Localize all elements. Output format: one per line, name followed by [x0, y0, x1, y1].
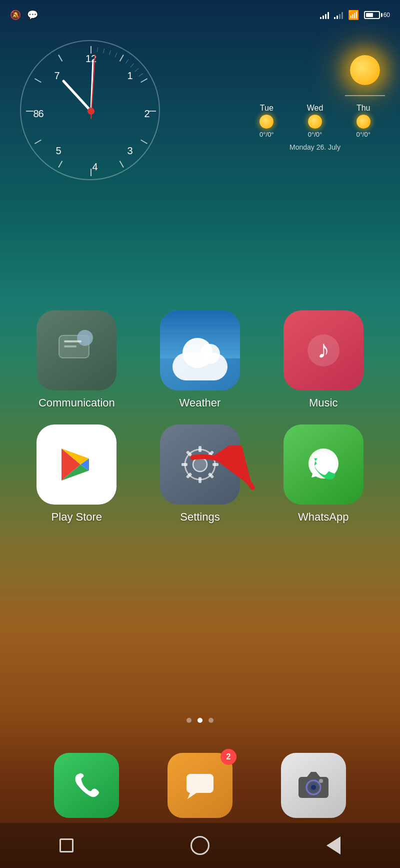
svg-line-12: [97, 48, 98, 53]
app-whatsapp[interactable]: WhatsApp: [266, 424, 380, 524]
svg-line-29: [64, 81, 91, 111]
camera-svg: [296, 768, 331, 803]
page-dot-1[interactable]: [186, 718, 192, 723]
nav-bar: [0, 823, 400, 868]
whatsapp-icon: [284, 424, 364, 505]
svg-text:7: 7: [54, 70, 60, 81]
clock-face: 12 1 2 3 4 5 6 7 8: [20, 40, 160, 180]
whatsapp-label: WhatsApp: [298, 511, 349, 524]
status-right: 📶 60: [320, 10, 390, 21]
nav-triangle-icon: [326, 836, 340, 854]
phone-dock-icon: [54, 753, 119, 818]
svg-line-1: [120, 55, 124, 61]
svg-point-32: [88, 108, 94, 115]
svg-text:5: 5: [56, 145, 61, 156]
svg-line-8: [34, 140, 41, 144]
dock-phone[interactable]: [54, 753, 119, 818]
svg-line-18: [135, 68, 138, 72]
nav-circle-icon: [190, 836, 210, 855]
whatsapp-svg: [301, 442, 346, 487]
forecast-thu: Thu 0°/0°: [342, 104, 385, 138]
settings-label: Settings: [180, 511, 220, 524]
svg-text:♪: ♪: [317, 335, 330, 363]
svg-text:4: 4: [92, 161, 98, 172]
svg-text:8: 8: [33, 108, 38, 119]
signal-strength-2: [334, 11, 343, 19]
svg-line-11: [58, 55, 62, 61]
svg-line-4: [141, 140, 148, 144]
weather-icon-cloud: [172, 353, 228, 380]
muted-bell-icon: 🔕: [10, 10, 21, 21]
clock-widget: 12 1 2 3 4 5 6 7 8: [20, 40, 160, 180]
status-bar: 🔕 💬 📶 60: [0, 0, 400, 30]
svg-text:6: 6: [38, 108, 44, 119]
sun-icon: [345, 50, 385, 90]
app-weather[interactable]: Weather: [144, 310, 257, 409]
playstore-icon: [36, 424, 116, 505]
nav-recent-button[interactable]: [54, 833, 79, 858]
app-playstore[interactable]: Play Store: [20, 424, 134, 524]
forecast-wed-icon: [308, 115, 322, 129]
nav-back-button[interactable]: [321, 833, 346, 858]
page-dots: [0, 718, 400, 723]
forecast-row: Tue 0°/0° Wed 0°/0° Thu 0°/0°: [245, 104, 385, 138]
nav-home-button[interactable]: [188, 833, 212, 858]
svg-text:2: 2: [144, 108, 150, 119]
svg-text:1: 1: [127, 70, 132, 81]
clock-ticks: 12 1 2 3 4 5 6 7 8: [21, 41, 161, 181]
forecast-wed: Wed 0°/0°: [294, 104, 337, 138]
communication-svg: [54, 328, 99, 373]
weather-icon: [160, 310, 240, 390]
camera-dock-icon: [281, 753, 346, 818]
messages-svg: [182, 768, 218, 803]
svg-rect-35: [64, 340, 82, 342]
svg-line-17: [130, 64, 134, 67]
weather-widget[interactable]: Tue 0°/0° Wed 0°/0° Thu 0°/0° Monday 26.…: [245, 50, 385, 151]
battery-percentage: 60: [384, 12, 390, 19]
svg-line-13: [104, 49, 104, 54]
svg-line-10: [34, 79, 41, 83]
page-dot-3[interactable]: [208, 718, 214, 723]
playstore-svg: [56, 445, 96, 485]
forecast-wed-label: Wed: [294, 104, 337, 113]
weather-date: Monday 26. July: [245, 143, 385, 151]
app-music[interactable]: ♪ Music: [266, 310, 380, 409]
music-svg: ♪: [301, 328, 346, 373]
app-communication[interactable]: Communication: [20, 310, 134, 409]
forecast-thu-icon: [356, 115, 370, 129]
messages-badge: 2: [220, 749, 236, 765]
weather-label: Weather: [180, 396, 221, 409]
dock: 2: [0, 753, 400, 818]
svg-line-15: [115, 53, 117, 57]
svg-line-14: [109, 50, 110, 55]
forecast-tue-label: Tue: [245, 104, 288, 113]
page-dot-2[interactable]: [198, 718, 202, 723]
svg-line-16: [126, 59, 128, 63]
music-icon: ♪: [284, 310, 364, 390]
svg-rect-36: [64, 345, 76, 347]
svg-line-19: [138, 74, 142, 77]
music-label: Music: [309, 396, 338, 409]
phone-svg: [69, 768, 104, 803]
messages-icon: 💬: [27, 10, 38, 21]
weather-divider: [345, 95, 385, 96]
svg-marker-58: [307, 772, 320, 777]
svg-line-7: [58, 161, 62, 168]
svg-marker-56: [188, 793, 196, 799]
wifi-icon: 📶: [348, 10, 359, 21]
weather-top: [245, 50, 385, 90]
battery-indicator: 60: [364, 11, 390, 19]
communication-label: Communication: [38, 396, 115, 409]
status-left: 🔕 💬: [10, 10, 38, 21]
svg-point-61: [311, 785, 316, 790]
svg-line-2: [141, 79, 148, 83]
communication-icon: [36, 310, 116, 390]
svg-point-62: [319, 779, 323, 783]
forecast-tue-temp: 0°/0°: [245, 131, 288, 138]
svg-text:3: 3: [127, 145, 132, 156]
nav-square-icon: [60, 838, 74, 852]
forecast-thu-temp: 0°/0°: [342, 131, 385, 138]
dock-messages[interactable]: 2: [168, 753, 232, 818]
signal-strength-1: [320, 11, 329, 19]
dock-camera[interactable]: [281, 753, 346, 818]
